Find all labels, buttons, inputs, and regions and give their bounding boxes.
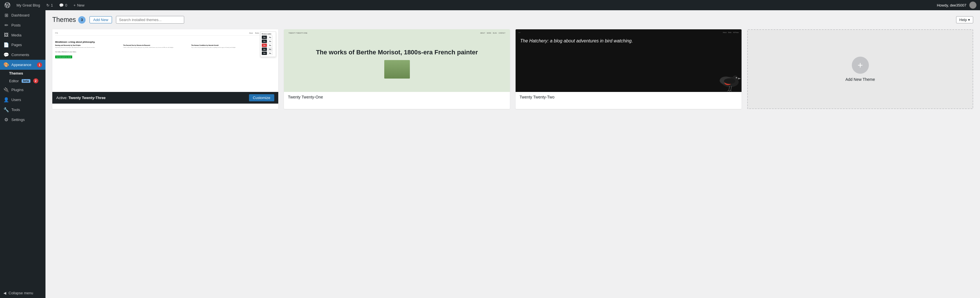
style-aa-gray: Aa: [267, 48, 272, 51]
tt2-nav: ∞∞ About Birds All Posts: [515, 32, 741, 33]
update-icon: ↻: [46, 3, 49, 7]
site-name-text: My Great Blog: [16, 3, 40, 7]
tt1-about: ABOUT: [480, 32, 485, 34]
update-counter[interactable]: ↻ 1: [45, 3, 54, 7]
sidebar-item-label: Tools: [11, 107, 20, 112]
beta-badge: beta: [22, 79, 30, 83]
tt3-headline: Mindblown: a blog about philosophy.: [55, 41, 258, 43]
collapse-menu-button[interactable]: ◀ Collapse menu: [0, 288, 46, 298]
sidebar-item-label: Media: [11, 33, 21, 37]
main-content: Themes 3 Add New Help ▾ FYE About Book: [46, 10, 980, 298]
collapse-label: Collapse menu: [8, 291, 33, 295]
sidebar-item-media[interactable]: 🖼 Media: [0, 30, 46, 40]
theme-card-tt1[interactable]: TWENTY TWENTY-ONE ABOUT WORK BLOG CONTAC…: [284, 29, 510, 109]
tt3-post3-text: Try it: vain to be persuaded that the pa…: [191, 46, 258, 48]
comment-count: 0: [65, 3, 67, 7]
sidebar-item-label: Appearance: [11, 62, 31, 67]
tt3-content: Mindblown: a blog about philosophy. Nami…: [55, 41, 258, 58]
add-new-theme-card[interactable]: + Add New Theme: [747, 29, 973, 109]
comment-counter[interactable]: 💬 0: [58, 3, 68, 7]
sidebar-item-label: Posts: [11, 23, 21, 27]
sidebar-item-comments[interactable]: 💬 Comments: [0, 50, 46, 60]
customize-button[interactable]: Customize: [249, 94, 274, 101]
tt3-nav-books: Books: [255, 32, 259, 34]
sidebar-item-appearance[interactable]: 🎨 Appearance 1: [0, 60, 46, 70]
new-content-button[interactable]: + New: [73, 3, 86, 7]
comments-icon: 💬: [3, 52, 9, 58]
style-aa-dark: Aa: [262, 35, 267, 39]
howdy-text: Howdy, dee35007: [937, 3, 966, 7]
sidebar-item-pages[interactable]: 📄 Pages: [0, 40, 46, 50]
theme-preview-tt1: TWENTY TWENTY-ONE ABOUT WORK BLOG CONTAC…: [284, 29, 510, 92]
sidebar-item-posts[interactable]: ✏ Posts: [0, 20, 46, 30]
chevron-down-icon: ▾: [968, 18, 970, 22]
sidebar-item-tools[interactable]: 🔧 Tools: [0, 105, 46, 115]
theme-footer-tt2: Twenty Twenty-Two: [515, 92, 741, 102]
style-aa-light3: Aa: [267, 43, 272, 47]
tt3-nav-about: FYE: [55, 32, 58, 34]
tt2-logo: ∞∞: [519, 32, 520, 33]
avatar[interactable]: [969, 2, 977, 9]
tt2-heading: The Hatchery: a blog about adventures in…: [520, 38, 716, 44]
search-input[interactable]: [116, 16, 184, 24]
help-label: Help: [959, 18, 967, 22]
style-row-2: Aa Aa: [262, 40, 275, 43]
theme-card-tt2[interactable]: ∞∞ About Birds All Posts The Hatchery: a…: [515, 29, 741, 109]
sidebar-item-settings[interactable]: ⚙ Settings: [0, 115, 46, 125]
sidebar-sub-editor[interactable]: Editor beta 2: [0, 77, 46, 85]
comment-icon: 💬: [59, 3, 64, 7]
sidebar-item-plugins[interactable]: 🔌 Plugins: [0, 85, 46, 95]
theme-card-tt3[interactable]: FYE About Books All Posts Styles ▾ Brows…: [52, 29, 278, 109]
collapse-icon: ◀: [3, 291, 6, 295]
tt2-bird-image: [710, 66, 741, 92]
sidebar-item-label: Plugins: [11, 88, 24, 92]
active-status: Active: Twenty Twenty-Three: [56, 96, 106, 100]
add-new-theme-label: Add New Theme: [845, 77, 875, 82]
sidebar-item-label: Dashboard: [11, 13, 30, 18]
sidebar-sub-themes[interactable]: Themes: [0, 70, 46, 77]
editor-sub-label: Editor: [9, 79, 19, 83]
tt1-image: [384, 60, 410, 79]
plus-circle-icon: +: [852, 57, 869, 74]
themes-grid: FYE About Books All Posts Styles ▾ Brows…: [52, 29, 973, 109]
tt3-styles-panel: Browse styles Aa Aa Aa Aa Aa Aa: [260, 32, 276, 57]
tt2-content: The Hatchery: a blog about adventures in…: [520, 38, 716, 44]
tt2-nav-links: About Birds All Posts: [723, 32, 739, 33]
tt1-nav-links: ABOUT WORK BLOG CONTACT: [480, 32, 506, 34]
posts-icon: ✏: [3, 22, 9, 28]
themes-title-area: Themes 3: [52, 16, 86, 24]
tt3-nav: FYE About Books All Posts Styles ▾: [55, 32, 275, 35]
tt3-post2-title: The Second Sex by Simone de Beauvoir: [123, 45, 190, 46]
sidebar-item-dashboard[interactable]: ⊞ Dashboard: [0, 10, 46, 20]
style-aa-light4: Aa: [267, 51, 272, 55]
help-button[interactable]: Help ▾: [956, 16, 973, 23]
theme-name-tt2: Twenty Twenty-Two: [520, 95, 555, 99]
svg-line-13: [731, 91, 732, 91]
sidebar-item-users[interactable]: 👤 Users: [0, 95, 46, 105]
style-row-5: Aa Aa: [262, 51, 275, 55]
tt1-contact: CONTACT: [498, 32, 505, 34]
theme-name-tt1: Twenty Twenty-One: [288, 95, 323, 99]
tt3-post-3: The Human Condition by Hannah Arendt Try…: [191, 45, 258, 48]
tt2-birds: Birds: [728, 32, 731, 33]
sidebar-item-label: Users: [11, 98, 21, 102]
tt3-post-1: Naming and Necessity by Saul Kripke Insp…: [55, 45, 122, 48]
sidebar-item-label: Pages: [11, 43, 22, 47]
plugins-icon: 🔌: [3, 87, 9, 93]
active-label: Active:: [56, 96, 68, 100]
dashboard-icon: ⊞: [3, 13, 9, 18]
theme-active-bar-tt3: Active: Twenty Twenty-Three Customize: [52, 92, 278, 104]
sidebar-item-label: Settings: [11, 117, 25, 122]
svg-line-12: [729, 91, 731, 91]
site-name-link[interactable]: My Great Blog: [15, 3, 41, 7]
tt1-content: The works of Berthe Morisot, 1800s-era F…: [284, 29, 510, 92]
editor-badge: 2: [33, 78, 38, 83]
add-new-button[interactable]: Add New: [89, 16, 112, 23]
style-aa-light: Aa: [267, 35, 272, 39]
tt1-site-name: TWENTY TWENTY-ONE: [288, 32, 307, 34]
tt3-post3-title: The Human Condition by Hannah Arendt: [191, 45, 258, 46]
svg-point-4: [724, 78, 735, 84]
pages-icon: 📄: [3, 42, 9, 48]
new-label: New: [77, 3, 84, 7]
wp-logo-button[interactable]: [3, 2, 11, 8]
